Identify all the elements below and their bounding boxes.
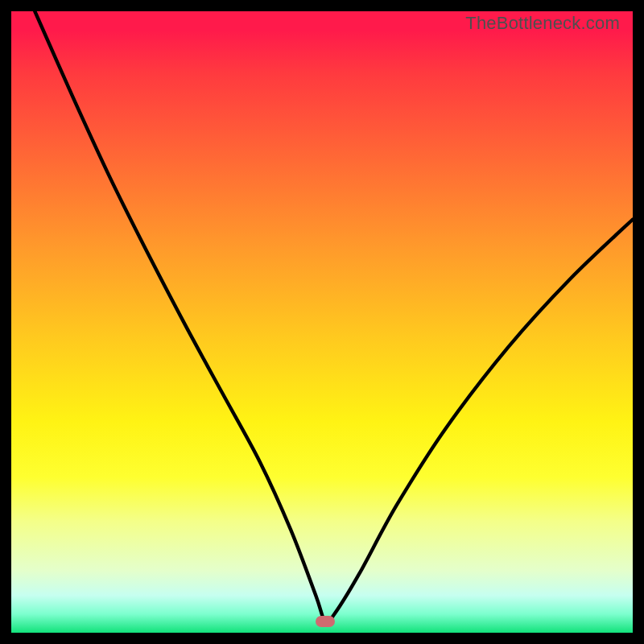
optimum-marker [316,616,335,627]
curve-path [35,11,633,623]
chart-frame: TheBottleneck.com [0,0,644,644]
bottleneck-curve [11,11,633,633]
plot-area: TheBottleneck.com [11,11,633,633]
